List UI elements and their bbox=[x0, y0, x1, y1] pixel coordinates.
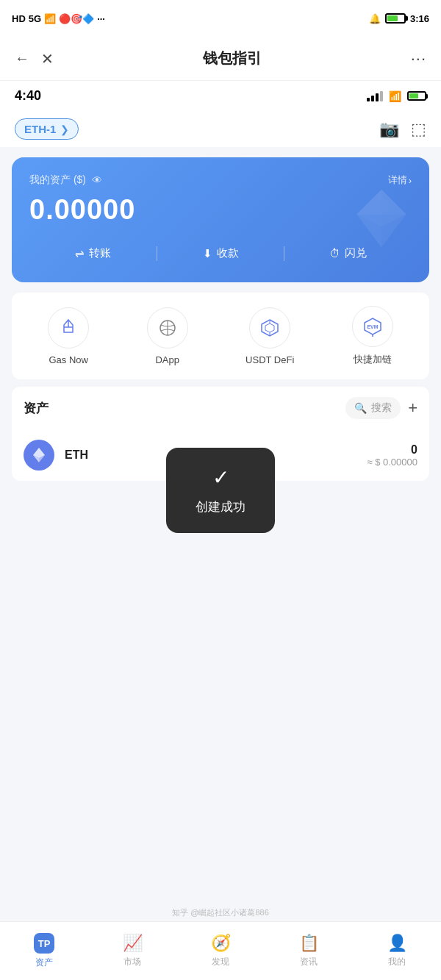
quick-item-usdt-defi[interactable]: USDT DeFi bbox=[245, 307, 294, 365]
eth-asset-row[interactable]: ETH 0 ≈ $ 0.00000 bbox=[12, 429, 429, 481]
transfer-icon: ⇌ bbox=[75, 247, 85, 260]
eth-balance: 0 bbox=[367, 443, 417, 457]
profile-icon: 👤 bbox=[387, 934, 407, 953]
market-icon: 📈 bbox=[123, 934, 143, 953]
quick-item-dapp[interactable]: DApp bbox=[147, 307, 188, 365]
eth-amount-column: 0 ≈ $ 0.00000 bbox=[367, 443, 417, 468]
evm-icon: EVM bbox=[352, 306, 393, 347]
tab-news-label: 资讯 bbox=[300, 956, 318, 968]
usdt-defi-label: USDT DeFi bbox=[245, 354, 294, 365]
inner-battery-fill bbox=[409, 93, 418, 99]
status-5g: 5G bbox=[29, 13, 41, 24]
quick-item-gas-now[interactable]: Gas Now bbox=[48, 307, 89, 365]
eth-network-badge[interactable]: ETH-1 ❯ bbox=[15, 118, 79, 140]
search-icon: 🔍 bbox=[354, 402, 367, 414]
transfer-button[interactable]: ⇌ 转账 bbox=[29, 240, 157, 266]
evm-label: 快捷加链 bbox=[354, 353, 392, 366]
status-bar: HD 5G 📶 🔴🎯🔷 ··· 🔔 3:16 bbox=[0, 0, 441, 37]
toast-message: 创建成功 bbox=[196, 498, 245, 515]
wifi-icon: 📶 bbox=[389, 90, 401, 102]
tp-logo-icon: TP bbox=[34, 933, 54, 954]
top-bar: ETH-1 ❯ 📷 ⬚ bbox=[0, 111, 441, 147]
scan-icon[interactable]: ⬚ bbox=[411, 120, 426, 139]
detail-chevron-icon: › bbox=[409, 175, 412, 186]
inner-battery-icon bbox=[407, 91, 426, 101]
discover-icon: 🧭 bbox=[211, 934, 231, 953]
asset-card: 我的资产 ($) 👁 详情 › 0.00000 ⇌ 转账 ⬇ 收款 ⏱ 闪兑 bbox=[12, 157, 429, 282]
assets-right: 🔍 搜索 + bbox=[345, 397, 417, 419]
back-button[interactable]: ← bbox=[15, 50, 29, 67]
app-content: 4:40 📶 ETH-1 ❯ 📷 ⬚ bbox=[0, 81, 441, 921]
eth-diamond-icon bbox=[348, 185, 415, 251]
status-signal: 📶 bbox=[44, 13, 56, 24]
close-button[interactable]: ✕ bbox=[41, 50, 54, 68]
tab-news[interactable]: 📋 资讯 bbox=[265, 934, 353, 968]
eth-token-name: ETH bbox=[65, 448, 88, 462]
tab-profile-label: 我的 bbox=[388, 956, 406, 968]
status-left: HD 5G 📶 🔴🎯🔷 ··· bbox=[12, 13, 105, 24]
status-apps: 🔴🎯🔷 bbox=[59, 13, 94, 24]
tab-market-label: 市场 bbox=[123, 956, 141, 968]
assets-title: 资产 bbox=[24, 400, 49, 417]
usdt-defi-icon bbox=[249, 307, 290, 348]
watermark: 知乎 @崛起社区小诸葛886 bbox=[0, 907, 441, 918]
tab-profile[interactable]: 👤 我的 bbox=[353, 934, 441, 968]
svg-marker-3 bbox=[381, 190, 406, 215]
bell-icon: 🔔 bbox=[369, 13, 381, 24]
search-placeholder: 搜索 bbox=[371, 401, 392, 415]
camera-icon[interactable]: 📷 bbox=[379, 120, 399, 139]
add-asset-button[interactable]: + bbox=[408, 398, 417, 418]
quick-item-evm[interactable]: EVM 快捷加链 bbox=[352, 306, 393, 366]
assets-header: 资产 🔍 搜索 + bbox=[12, 387, 429, 429]
quick-icons-row: Gas Now DApp USD bbox=[12, 293, 429, 379]
signal-bars-icon bbox=[367, 91, 383, 101]
page-title: 钱包指引 bbox=[203, 49, 262, 68]
more-button[interactable]: ··· bbox=[411, 49, 426, 68]
eth-badge-label: ETH-1 bbox=[24, 123, 56, 135]
inner-time: 4:40 bbox=[15, 88, 41, 104]
gas-now-icon bbox=[48, 307, 89, 348]
eth-logo bbox=[24, 440, 54, 471]
transfer-label: 转账 bbox=[89, 246, 111, 260]
bottom-tab-bar: TP 资产 📈 市场 🧭 发现 📋 资讯 👤 我的 bbox=[0, 921, 441, 980]
nav-left: ← ✕ bbox=[15, 50, 54, 68]
tab-assets[interactable]: TP 资产 bbox=[0, 933, 88, 969]
tab-discover[interactable]: 🧭 发现 bbox=[176, 934, 265, 968]
dapp-label: DApp bbox=[155, 354, 179, 365]
battery-fill bbox=[387, 15, 398, 21]
status-right: 🔔 3:16 bbox=[369, 13, 429, 24]
asset-label-row: 我的资产 ($) 👁 bbox=[29, 174, 102, 187]
status-time: 3:16 bbox=[410, 13, 429, 24]
inner-status-icons: 📶 bbox=[367, 90, 426, 102]
dapp-icon bbox=[147, 307, 188, 348]
battery-icon bbox=[385, 13, 406, 24]
asset-label: 我的资产 ($) bbox=[29, 174, 86, 187]
tab-market[interactable]: 📈 市场 bbox=[88, 934, 176, 968]
receive-icon: ⬇ bbox=[203, 247, 212, 260]
chevron-right-icon: ❯ bbox=[60, 124, 69, 135]
inner-status-bar: 4:40 📶 bbox=[0, 81, 441, 111]
card-bg-decoration bbox=[348, 185, 415, 254]
search-box[interactable]: 🔍 搜索 bbox=[345, 397, 401, 419]
eye-icon[interactable]: 👁 bbox=[92, 174, 102, 186]
status-hd: HD bbox=[12, 13, 26, 24]
nav-bar: ← ✕ 钱包指引 ··· bbox=[0, 37, 441, 81]
eth-usd-value: ≈ $ 0.00000 bbox=[367, 457, 417, 468]
svg-marker-11 bbox=[265, 323, 274, 332]
assets-section: 资产 🔍 搜索 + ETH 0 ≈ $ 0.00000 bbox=[12, 387, 429, 481]
svg-marker-4 bbox=[356, 190, 381, 215]
tab-discover-label: 发现 bbox=[212, 956, 229, 968]
exchange-icon: ⏱ bbox=[329, 247, 340, 260]
tab-assets-label: 资产 bbox=[35, 956, 53, 969]
gas-now-label: Gas Now bbox=[49, 354, 87, 365]
svg-text:EVM: EVM bbox=[367, 324, 378, 329]
receive-button[interactable]: ⬇ 收款 bbox=[157, 240, 284, 266]
news-icon: 📋 bbox=[299, 934, 319, 953]
status-more: ··· bbox=[97, 13, 105, 24]
receive-label: 收款 bbox=[217, 246, 239, 260]
top-bar-icons: 📷 ⬚ bbox=[379, 120, 426, 139]
